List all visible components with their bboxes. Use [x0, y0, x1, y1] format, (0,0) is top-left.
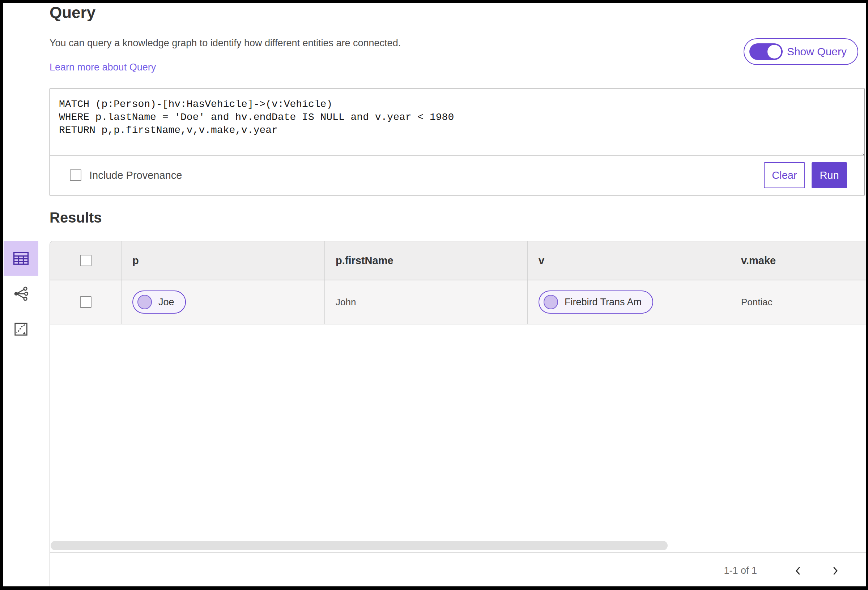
clear-button[interactable]: Clear: [764, 162, 805, 188]
entity-pill-vehicle[interactable]: Firebird Trans Am: [539, 290, 653, 313]
entity-pill-person[interactable]: Joe: [132, 290, 186, 313]
next-page-button[interactable]: [825, 561, 845, 581]
cell-p: Joe: [121, 280, 325, 324]
results-title: Results: [50, 210, 102, 226]
results-view-rail: [4, 241, 38, 346]
show-query-toggle[interactable]: Show Query: [744, 38, 858, 65]
page-title: Query: [50, 4, 96, 22]
header-checkbox-cell: [50, 241, 121, 280]
run-button[interactable]: Run: [812, 162, 847, 188]
table-header-row: p p.firstName v v.make: [50, 241, 866, 280]
toggle-switch-on[interactable]: [749, 43, 782, 60]
column-header-v[interactable]: v: [528, 241, 730, 280]
table-icon: [12, 249, 30, 268]
entity-pill-label: Firebird Trans Am: [565, 297, 642, 308]
column-header-p-firstname[interactable]: p.firstName: [325, 241, 528, 280]
map-view-button[interactable]: [4, 312, 38, 346]
cell-text-firstname: John: [336, 297, 356, 308]
page-description: You can query a knowledge graph to ident…: [50, 38, 401, 49]
select-all-checkbox[interactable]: [80, 255, 92, 266]
entity-node-icon: [137, 295, 152, 309]
pagination-range-label: 1-1 of 1: [724, 565, 757, 576]
row-checkbox-cell: [50, 280, 121, 324]
row-select-checkbox[interactable]: [80, 296, 92, 308]
cell-text-make: Pontiac: [741, 297, 772, 308]
horizontal-scrollbar-track: [50, 540, 866, 552]
cell-p-firstname: John: [325, 280, 528, 324]
table-empty-area: [50, 324, 866, 540]
column-header-v-make[interactable]: v.make: [730, 241, 866, 280]
chevron-right-icon: [830, 565, 840, 576]
toggle-knob: [768, 45, 781, 59]
include-provenance-label: Include Provenance: [89, 169, 182, 181]
table-pagination: 1-1 of 1: [50, 552, 866, 586]
entity-pill-label: Joe: [158, 297, 174, 308]
chevron-left-icon: [793, 565, 804, 576]
map-icon: [13, 321, 29, 337]
show-query-label: Show Query: [787, 46, 847, 58]
link-chart-view-button[interactable]: [4, 277, 38, 311]
table-view-button[interactable]: [4, 241, 38, 276]
cell-v: Firebird Trans Am: [528, 280, 730, 324]
query-controls: Include Provenance Clear Run: [50, 156, 864, 195]
results-table: p p.firstName v v.make Joe John Fire: [50, 241, 866, 586]
cell-v-make: Pontiac: [730, 280, 866, 324]
link-chart-icon: [12, 285, 30, 303]
table-row: Joe John Firebird Trans Am Pontiac: [50, 280, 866, 324]
query-editor: MATCH (p:Person)-[hv:HasVehicle]->(v:Veh…: [50, 88, 865, 196]
query-page: Query You can query a knowledge graph to…: [3, 3, 866, 586]
entity-node-icon: [543, 295, 558, 309]
query-code-input[interactable]: MATCH (p:Person)-[hv:HasVehicle]->(v:Veh…: [50, 89, 864, 156]
include-provenance-checkbox[interactable]: [70, 169, 81, 181]
horizontal-scrollbar-thumb[interactable]: [51, 541, 668, 550]
include-provenance-option[interactable]: Include Provenance: [70, 169, 182, 181]
column-header-p[interactable]: p: [121, 241, 325, 280]
previous-page-button[interactable]: [788, 561, 808, 581]
learn-more-link[interactable]: Learn more about Query: [50, 62, 156, 73]
